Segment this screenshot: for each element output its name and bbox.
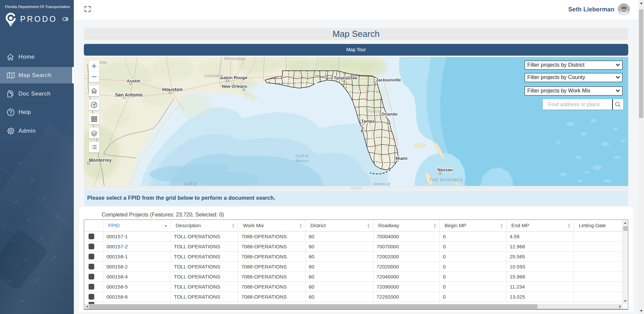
svg-text:Straits of: Straits of (373, 181, 390, 186)
svg-text:Miami: Miami (395, 156, 407, 161)
svg-text:Austin: Austin (127, 78, 141, 83)
svg-text:Gulf of: Gulf of (184, 181, 197, 186)
svg-text:Tampa: Tampa (361, 119, 375, 124)
svg-text:Tallahassee: Tallahassee (334, 76, 357, 80)
svg-text:Louisiana: Louisiana (204, 73, 223, 78)
svg-text:Gulf of: Gulf of (296, 153, 309, 158)
svg-text:Baton Rouge: Baton Rouge (220, 75, 248, 80)
svg-text:Houston: Houston (162, 86, 183, 92)
svg-text:San Antonio: San Antonio (115, 92, 143, 98)
svg-text:Nassau: Nassau (437, 167, 453, 172)
svg-text:Mississippi: Mississippi (224, 57, 246, 61)
svg-text:THE BAHAMAS: THE BAHAMAS (429, 178, 463, 182)
svg-text:Jacksonville: Jacksonville (376, 78, 401, 82)
svg-text:Orlando: Orlando (381, 112, 397, 117)
svg-text:Florida: Florida (368, 109, 380, 114)
svg-text:Mexico: Mexico (295, 158, 309, 163)
svg-text:New Orleans: New Orleans (222, 84, 247, 89)
svg-text:Monterrey: Monterrey (89, 158, 112, 163)
